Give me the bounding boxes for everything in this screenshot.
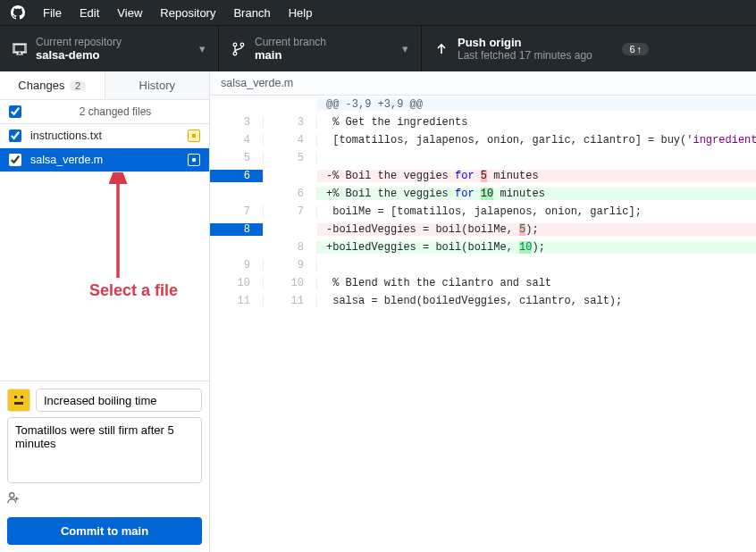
chevron-down-icon: ▾: [402, 42, 408, 55]
svg-point-2: [233, 52, 237, 55]
old-line-number: 5: [210, 152, 264, 164]
branch-label: Current branch: [255, 36, 326, 48]
tab-changes[interactable]: Changes 2: [0, 71, 105, 99]
old-line-number: 9: [210, 259, 264, 272]
diff-row[interactable]: 99: [210, 256, 756, 274]
new-line-number: 6: [264, 188, 317, 200]
modified-indicator-icon: [188, 154, 200, 166]
svg-rect-4: [12, 393, 26, 407]
menu-file[interactable]: File: [43, 6, 62, 20]
svg-point-8: [10, 493, 14, 498]
diff-row[interactable]: 44 [tomatillos, jalapenos, onion, garlic…: [210, 131, 756, 149]
title-bar: File Edit View Repository Branch Help: [0, 0, 756, 25]
code-content: [317, 152, 756, 164]
github-logo-icon: [11, 5, 25, 20]
old-line-number: 11: [210, 295, 264, 307]
old-line-number: 4: [210, 134, 264, 146]
changes-count-badge: 2: [70, 80, 86, 91]
modified-indicator-icon: [188, 130, 200, 142]
file-name: salsa_verde.m: [30, 154, 188, 166]
code-content: -boiledVeggies = boil(boilMe, 5);: [317, 223, 756, 236]
old-line-number: 10: [210, 277, 264, 289]
diff-lines[interactable]: @@ -3,9 +3,9 @@33 % Get the ingredients4…: [210, 96, 756, 310]
new-line-number: 11: [264, 295, 317, 307]
code-content: -% Boil the veggies for 5 minutes: [317, 170, 756, 182]
svg-rect-5: [14, 396, 17, 398]
new-line-number: 3: [264, 116, 317, 129]
commit-form: Tomatillos were still firm after 5 minut…: [0, 381, 209, 552]
file-item[interactable]: instructions.txt: [0, 124, 209, 148]
code-content: @@ -3,9 +3,9 @@: [317, 98, 756, 111]
code-content: boilMe = [tomatillos, jalapenos, onion, …: [317, 205, 756, 218]
select-all-checkbox[interactable]: [9, 105, 21, 118]
file-checkbox[interactable]: [9, 154, 21, 166]
diff-row[interactable]: 1111 salsa = blend(boiledVeggies, cilant…: [210, 292, 756, 310]
push-origin-button[interactable]: Push origin Last fetched 17 minutes ago …: [422, 26, 756, 71]
current-repository-selector[interactable]: Current repository salsa-demo ▾: [0, 26, 219, 71]
code-content: +% Boil the veggies for 10 minutes: [317, 188, 756, 200]
diff-row[interactable]: 77 boilMe = [tomatillos, jalapenos, onio…: [210, 203, 756, 221]
repo-label: Current repository: [36, 36, 122, 48]
code-content: [tomatillos, jalapenos, onion, garlic, c…: [317, 134, 756, 146]
menu-edit[interactable]: Edit: [80, 6, 99, 20]
new-line-number: 5: [264, 152, 317, 164]
code-content: +boiledVeggies = boil(boilMe, 10);: [317, 241, 756, 254]
diff-row[interactable]: @@ -3,9 +3,9 @@: [210, 96, 756, 113]
sidebar-tabs: Changes 2 History: [0, 71, 209, 100]
push-label: Push origin: [458, 36, 592, 49]
new-line-number: 10: [264, 277, 317, 289]
old-line-number: 7: [210, 205, 264, 218]
menu-repository[interactable]: Repository: [160, 6, 215, 20]
diff-filename: salsa_verde.m: [210, 71, 756, 96]
commit-button[interactable]: Commit to main: [7, 517, 202, 545]
avatar: [7, 389, 30, 412]
files-header: 2 changed files: [0, 100, 209, 124]
code-content: % Blend with the cilantro and salt: [317, 277, 756, 289]
old-line-number: 6: [210, 170, 264, 182]
svg-point-1: [240, 43, 244, 46]
toolbar: Current repository salsa-demo ▾ Current …: [0, 25, 756, 71]
commit-summary-input[interactable]: [36, 389, 202, 412]
chevron-down-icon: ▾: [199, 42, 206, 55]
file-item[interactable]: salsa_verde.m: [0, 148, 209, 172]
code-content: [317, 259, 756, 272]
annotation-arrow-icon: [54, 172, 143, 289]
push-count-badge: 6↑: [622, 43, 649, 55]
menu-view[interactable]: View: [117, 6, 142, 20]
code-content: % Get the ingredients: [317, 116, 756, 129]
diff-row[interactable]: 1010 % Blend with the cilantro and salt: [210, 274, 756, 292]
diff-viewer: salsa_verde.m @@ -3,9 +3,9 @@33 % Get th…: [210, 71, 756, 552]
file-checkbox[interactable]: [9, 130, 21, 142]
diff-row[interactable]: 8-boiledVeggies = boil(boilMe, 5);: [210, 221, 756, 238]
current-branch-selector[interactable]: Current branch main ▾: [219, 26, 422, 71]
git-branch-icon: [231, 42, 246, 56]
push-sub: Last fetched 17 minutes ago: [458, 49, 592, 62]
diff-row[interactable]: 6+% Boil the veggies for 10 minutes: [210, 185, 756, 203]
push-arrow-icon: [434, 42, 449, 56]
menu-branch[interactable]: Branch: [233, 6, 270, 20]
new-line-number: 4: [264, 134, 317, 146]
diff-row[interactable]: 6-% Boil the veggies for 5 minutes: [210, 167, 756, 185]
add-coauthor-button[interactable]: [7, 486, 202, 508]
computer-icon: [13, 42, 27, 56]
code-content: salsa = blend(boiledVeggies, cilantro, s…: [317, 295, 756, 307]
new-line-number: 9: [264, 259, 317, 272]
sidebar: Changes 2 History 2 changed files instru…: [0, 71, 210, 552]
new-line-number: 7: [264, 205, 317, 218]
svg-point-0: [233, 43, 237, 46]
tab-history[interactable]: History: [105, 71, 210, 99]
file-list: instructions.txt salsa_verde.m: [0, 124, 209, 172]
new-line-number: 8: [264, 241, 317, 254]
diff-row[interactable]: 55: [210, 149, 756, 167]
diff-row[interactable]: 33 % Get the ingredients: [210, 113, 756, 131]
files-header-label: 2 changed files: [30, 105, 200, 118]
annotation-text: Select a file: [89, 281, 178, 300]
svg-rect-7: [14, 402, 23, 405]
commit-description-input[interactable]: Tomatillos were still firm after 5 minut…: [7, 417, 202, 483]
diff-row[interactable]: 8+boiledVeggies = boil(boilMe, 10);: [210, 238, 756, 256]
repo-name: salsa-demo: [36, 48, 122, 62]
file-name: instructions.txt: [30, 130, 188, 142]
old-line-number: 3: [210, 116, 264, 129]
menu-help[interactable]: Help: [289, 6, 313, 20]
svg-rect-6: [21, 396, 23, 398]
